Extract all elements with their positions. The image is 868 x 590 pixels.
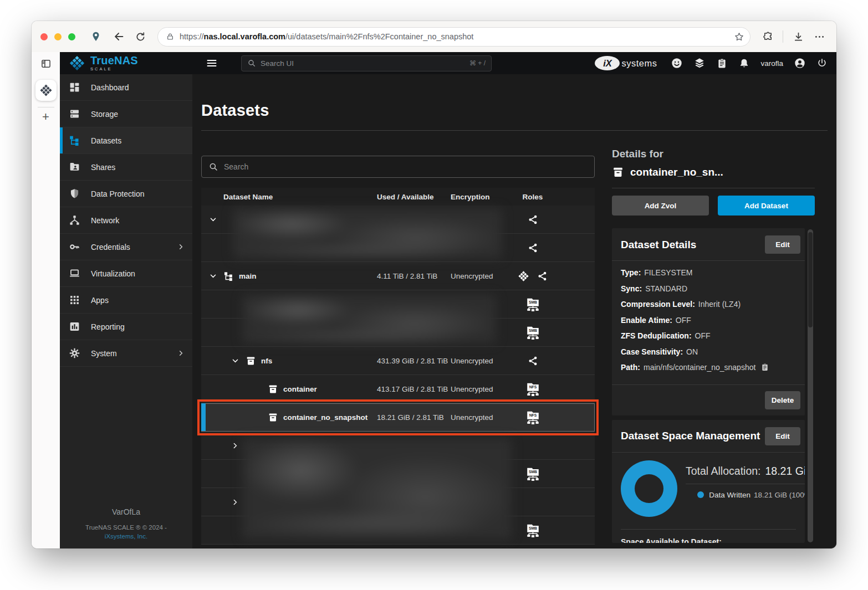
url-host: nas.local.varofla.com (204, 32, 285, 41)
sidebar-item-data-protection[interactable]: Data Protection (60, 181, 192, 207)
share-icon[interactable] (528, 356, 538, 366)
browser-menu-icon[interactable] (811, 28, 828, 45)
sidebar-item-apps[interactable]: Apps (60, 287, 192, 314)
used-available-value: 413.17 GiB / 2.81 TiB (377, 385, 451, 393)
collapse-row-icon[interactable] (209, 216, 223, 224)
dataset-search-input[interactable] (224, 162, 588, 171)
dataset-row-container[interactable]: container413.17 GiB / 2.81 TiBUnencrypte… (201, 375, 595, 403)
sidebar-item-label: Network (91, 216, 185, 225)
collapse-row-icon[interactable] (231, 357, 246, 365)
dataset-row-container_no_snapshot[interactable]: container_no_snapshot18.21 GiB / 2.81 Ti… (201, 403, 595, 432)
share-icon[interactable] (528, 243, 538, 253)
smb-icon[interactable]: SMB (526, 325, 540, 340)
url-path: /ui/datasets/main%2Fnfs%2Fcontainer_no_s… (285, 32, 473, 41)
gear-icon (68, 347, 81, 359)
detail-field-label: Type: (621, 268, 641, 277)
zoom-window-button[interactable] (68, 33, 75, 40)
reload-button[interactable] (132, 28, 149, 45)
reporting-icon (68, 321, 81, 332)
power-icon[interactable] (816, 58, 828, 69)
dataset-search[interactable] (201, 156, 595, 178)
toggle-sidebar-icon[interactable] (38, 55, 54, 72)
back-button[interactable] (111, 28, 127, 45)
legend-dot (697, 491, 704, 498)
share-icon[interactable] (537, 271, 548, 281)
jobs-clipboard-icon[interactable] (716, 58, 728, 69)
truenas-brand: TrueNAS SCALE (60, 55, 192, 71)
notifications-bell-icon[interactable] (738, 58, 750, 69)
sidebar-item-shares[interactable]: Shares (60, 154, 192, 181)
main-content: Datasets Dataset Name Used / (192, 74, 836, 548)
dataset-table-rows: main4.11 TiB / 2.81 TiBUnencryptedSMBSMB… (201, 206, 595, 545)
add-dataset-button[interactable]: Add Dataset (718, 196, 815, 216)
scrollbar-thumb[interactable] (808, 232, 813, 327)
nfs-icon[interactable]: NFS (526, 382, 540, 397)
column-used-available: Used / Available (377, 193, 451, 201)
copyright-label: TrueNAS SCALE ® © 2024 - (60, 524, 192, 531)
close-window-button[interactable] (40, 33, 48, 40)
edit-dataset-details-button[interactable]: Edit (765, 235, 800, 254)
extensions-icon[interactable] (759, 28, 776, 45)
allocation-donut-chart (621, 460, 677, 517)
delete-dataset-button[interactable]: Delete (765, 391, 800, 409)
sidebar-item-storage[interactable]: Storage (60, 101, 192, 127)
chrome-divider (783, 30, 783, 43)
window-controls (40, 33, 75, 40)
used-available-value: 4.11 TiB / 2.81 TiB (377, 272, 451, 280)
svg-text:NFS: NFS (529, 413, 537, 417)
dataset-icon (246, 356, 256, 366)
detail-field: Compression Level:Inherit (LZ4) (621, 300, 796, 309)
svg-text:SMB: SMB (528, 470, 537, 474)
url-bar[interactable]: https://nas.local.varofla.com/ui/dataset… (157, 27, 750, 47)
downloads-icon[interactable] (790, 28, 806, 45)
ix-logo-text: systems (621, 58, 657, 69)
dataset-name-label: main (239, 272, 257, 280)
sidebar-item-network[interactable]: Network (60, 207, 192, 234)
selected-dataset-name: container_no_sn... (630, 166, 723, 178)
account-icon[interactable] (794, 57, 806, 69)
sidebar-item-reporting[interactable]: Reporting (60, 314, 192, 340)
detail-field-value: Inherit (LZ4) (698, 300, 741, 309)
nfs-icon[interactable]: NFS (526, 410, 540, 425)
dataset-name-label: container_no_snapshot (283, 413, 367, 422)
hostname-label: VarOfLa (60, 507, 192, 516)
truenas-icon[interactable] (518, 270, 529, 282)
sidebar-item-datasets[interactable]: Datasets (60, 127, 192, 154)
minimize-window-button[interactable] (54, 33, 62, 40)
new-tab-button[interactable]: + (42, 111, 49, 123)
global-search[interactable]: ⌘ + / (241, 55, 492, 71)
smb-icon[interactable]: SMB (526, 297, 540, 312)
feedback-smiley-icon[interactable] (671, 57, 683, 69)
truecommand-icon[interactable] (693, 57, 706, 69)
copy-path-icon[interactable] (760, 363, 769, 372)
details-divider (612, 188, 815, 188)
dataset-row-main[interactable]: main4.11 TiB / 2.81 TiBUnencrypted (201, 262, 595, 290)
sidebar-item-label: Credentials (91, 243, 177, 252)
collapse-row-icon[interactable] (209, 272, 223, 280)
detail-field-label: ZFS Deduplication: (621, 331, 692, 340)
sidebar-item-label: Dashboard (91, 83, 185, 92)
sidebar-item-credentials[interactable]: Credentials (60, 234, 192, 260)
roles-cell: NFS (505, 382, 560, 397)
edit-space-management-button[interactable]: Edit (765, 427, 800, 445)
sidebar-item-virtualization[interactable]: Virtualization (60, 260, 192, 287)
share-icon[interactable] (528, 214, 538, 225)
sidebar-item-dashboard[interactable]: Dashboard (60, 74, 192, 101)
detail-field: Enable Atime:OFF (621, 316, 796, 325)
bookmark-star-icon[interactable] (734, 32, 744, 42)
column-encryption: Encryption (451, 193, 505, 201)
dataset-row-nfs[interactable]: nfs431.39 GiB / 2.81 TiBUnencrypted (201, 347, 595, 375)
smb-icon[interactable]: SMB (526, 466, 540, 481)
lock-icon (166, 32, 175, 41)
detail-field-label: Path: (621, 363, 640, 372)
sidebar-footer: VarOfLa TrueNAS SCALE ® © 2024 - iXsyste… (60, 507, 192, 540)
encryption-value: Unencrypted (451, 357, 505, 365)
smb-icon[interactable]: SMB (526, 523, 540, 538)
add-zvol-button[interactable]: Add Zvol (612, 196, 709, 216)
menu-toggle-icon[interactable] (206, 57, 218, 69)
global-search-input[interactable] (261, 59, 465, 68)
active-tab[interactable] (35, 80, 57, 101)
details-scrollbar[interactable] (808, 229, 813, 542)
sidebar-item-system[interactable]: System (60, 340, 192, 367)
ixsystems-link[interactable]: iXsystems, Inc. (60, 533, 192, 540)
